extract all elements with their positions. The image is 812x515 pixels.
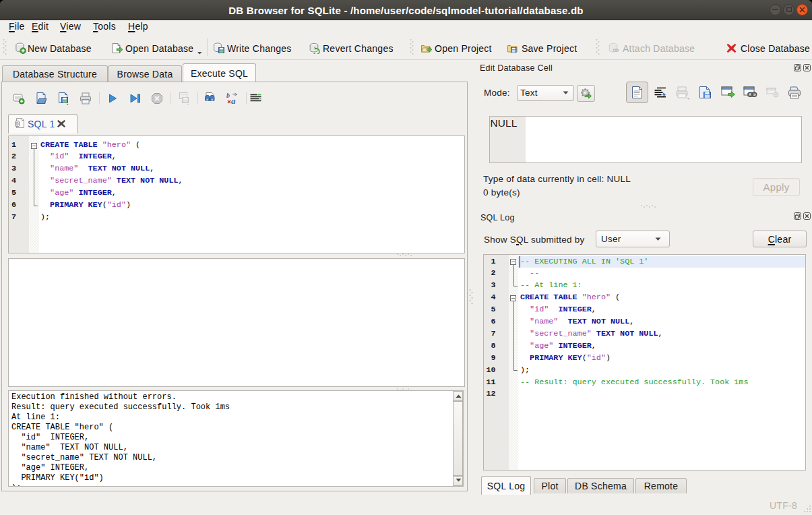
svg-text:b: b [226,92,230,99]
svg-text:a: a [231,96,236,105]
